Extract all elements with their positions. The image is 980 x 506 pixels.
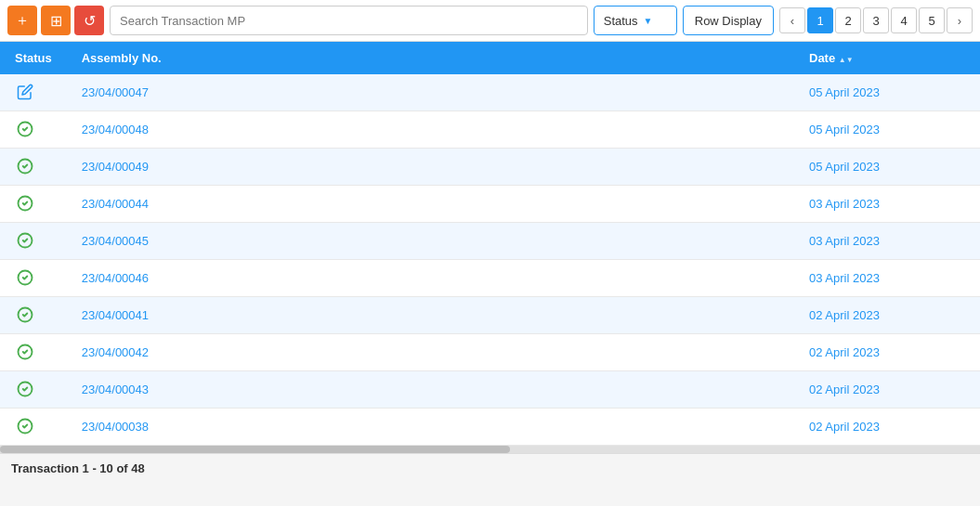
date-cell: 05 April 2023 bbox=[794, 74, 980, 111]
row-display-button[interactable]: Row Display bbox=[683, 6, 774, 35]
check-icon bbox=[15, 267, 35, 288]
page-4-button[interactable]: 4 bbox=[891, 7, 917, 33]
assembly-no-cell[interactable]: 23/04/00042 bbox=[67, 334, 794, 371]
search-input[interactable] bbox=[110, 6, 588, 35]
check-icon bbox=[15, 230, 35, 251]
check-icon bbox=[15, 193, 35, 214]
status-label: Status bbox=[604, 14, 638, 28]
assembly-no-cell[interactable]: 23/04/00046 bbox=[67, 260, 794, 297]
horizontal-scrollbar[interactable] bbox=[0, 446, 980, 453]
date-cell: 05 April 2023 bbox=[794, 149, 980, 186]
toolbar: ＋ ⊞ ↺ Status ▼ Row Display ‹ 1 2 3 4 5 › bbox=[0, 0, 980, 42]
status-cell bbox=[0, 149, 67, 186]
status-dropdown[interactable]: Status ▼ bbox=[594, 6, 677, 35]
grid-button[interactable]: ⊞ bbox=[41, 6, 71, 35]
pagination: ‹ 1 2 3 4 5 › bbox=[779, 7, 973, 33]
status-cell bbox=[0, 111, 67, 149]
assembly-no-cell[interactable]: 23/04/00045 bbox=[67, 223, 794, 260]
assembly-no-cell[interactable]: 23/04/00041 bbox=[67, 297, 794, 334]
sort-arrows-icon: ▲▼ bbox=[839, 57, 854, 64]
date-cell: 02 April 2023 bbox=[794, 334, 980, 371]
table-row[interactable]: 23/04/0004805 April 2023 bbox=[0, 111, 980, 149]
check-icon bbox=[15, 416, 35, 436]
table-row[interactable]: 23/04/0004403 April 2023 bbox=[0, 186, 980, 223]
toolbar-icons: ＋ ⊞ ↺ bbox=[7, 6, 104, 35]
date-cell: 02 April 2023 bbox=[794, 409, 980, 446]
date-cell: 03 April 2023 bbox=[794, 260, 980, 297]
table-row[interactable]: 23/04/0004202 April 2023 bbox=[0, 334, 980, 371]
status-cell bbox=[0, 409, 67, 446]
check-icon bbox=[15, 156, 35, 176]
col-header-date[interactable]: Date ▲▼ bbox=[794, 42, 980, 74]
scroll-thumb[interactable] bbox=[0, 446, 510, 453]
status-cell bbox=[0, 297, 67, 334]
date-cell: 02 April 2023 bbox=[794, 371, 980, 409]
table-row[interactable]: 23/04/0004503 April 2023 bbox=[0, 223, 980, 260]
assembly-no-cell[interactable]: 23/04/00047 bbox=[67, 74, 794, 111]
table-row[interactable]: 23/04/0004302 April 2023 bbox=[0, 371, 980, 409]
assembly-no-cell[interactable]: 23/04/00044 bbox=[67, 186, 794, 223]
edit-icon bbox=[15, 82, 35, 102]
status-cell bbox=[0, 334, 67, 371]
transaction-count: Transaction 1 - 10 of 48 bbox=[11, 461, 145, 475]
col-header-assembly: Assembly No. bbox=[67, 42, 794, 74]
table-row[interactable]: 23/04/0003802 April 2023 bbox=[0, 409, 980, 446]
data-table: Status Assembly No. Date ▲▼ 23/04/000470… bbox=[0, 42, 980, 446]
table-header-row: Status Assembly No. Date ▲▼ bbox=[0, 42, 980, 74]
assembly-no-cell[interactable]: 23/04/00043 bbox=[67, 371, 794, 409]
chevron-down-icon: ▼ bbox=[644, 16, 653, 26]
page-5-button[interactable]: 5 bbox=[919, 7, 945, 33]
status-cell bbox=[0, 223, 67, 260]
date-cell: 05 April 2023 bbox=[794, 111, 980, 149]
status-cell bbox=[0, 371, 67, 409]
date-cell: 03 April 2023 bbox=[794, 186, 980, 223]
page-2-button[interactable]: 2 bbox=[835, 7, 861, 33]
check-icon bbox=[15, 379, 35, 399]
refresh-button[interactable]: ↺ bbox=[74, 6, 104, 35]
table-row[interactable]: 23/04/0004603 April 2023 bbox=[0, 260, 980, 297]
date-cell: 03 April 2023 bbox=[794, 223, 980, 260]
footer-bar: Transaction 1 - 10 of 48 bbox=[0, 453, 980, 483]
assembly-no-cell[interactable]: 23/04/00049 bbox=[67, 149, 794, 186]
add-button[interactable]: ＋ bbox=[7, 6, 37, 35]
next-page-button[interactable]: › bbox=[947, 7, 973, 33]
status-cell bbox=[0, 74, 67, 111]
table-row[interactable]: 23/04/0004905 April 2023 bbox=[0, 149, 980, 186]
page-3-button[interactable]: 3 bbox=[863, 7, 889, 33]
page-1-button[interactable]: 1 bbox=[807, 7, 833, 33]
assembly-no-cell[interactable]: 23/04/00048 bbox=[67, 111, 794, 149]
check-icon bbox=[15, 342, 35, 362]
table-row[interactable]: 23/04/0004705 April 2023 bbox=[0, 74, 980, 111]
prev-page-button[interactable]: ‹ bbox=[779, 7, 805, 33]
assembly-no-cell[interactable]: 23/04/00038 bbox=[67, 409, 794, 446]
check-icon bbox=[15, 119, 35, 139]
col-header-status: Status bbox=[0, 42, 67, 74]
date-cell: 02 April 2023 bbox=[794, 297, 980, 334]
status-cell bbox=[0, 260, 67, 297]
table-row[interactable]: 23/04/0004102 April 2023 bbox=[0, 297, 980, 334]
check-icon bbox=[15, 305, 35, 325]
status-cell bbox=[0, 186, 67, 223]
